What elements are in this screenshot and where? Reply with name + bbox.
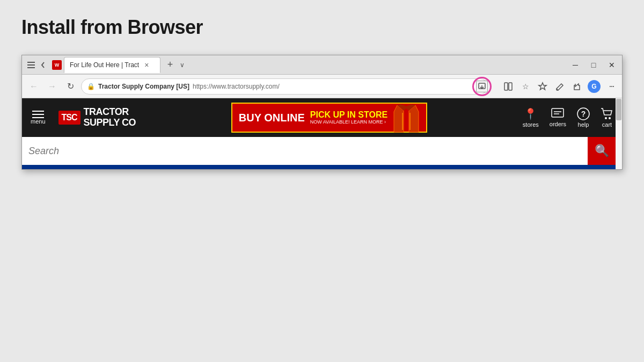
cart-label: cart: [602, 121, 612, 128]
svg-rect-0: [27, 62, 35, 63]
svg-rect-2: [27, 67, 35, 68]
install-pwa-button[interactable]: [476, 81, 488, 92]
stores-icon: 📍: [524, 107, 537, 120]
menu-label: menu: [31, 118, 46, 125]
orders-icon: [551, 108, 564, 120]
tsc-logo[interactable]: TSC TRACTOR SUPPLY CO: [58, 107, 136, 128]
favicon: W: [52, 60, 62, 70]
tab-close-button[interactable]: ×: [144, 61, 149, 69]
svg-rect-5: [504, 83, 508, 90]
cart-icon: [601, 107, 613, 120]
vest-icon: [393, 104, 420, 131]
search-section: 🔍: [22, 137, 622, 165]
tab-dropdown-button[interactable]: ∨: [180, 61, 185, 69]
cart-nav-item[interactable]: cart: [601, 107, 613, 128]
tsc-name: TRACTOR SUPPLY CO: [84, 107, 136, 128]
back-button[interactable]: ←: [26, 79, 41, 94]
window-controls: ─ □ ✕: [569, 59, 618, 71]
forward-button[interactable]: →: [45, 79, 60, 94]
search-input[interactable]: [28, 146, 588, 157]
share-button[interactable]: [570, 80, 583, 93]
bookmark-button[interactable]: ☆: [519, 80, 532, 93]
hamburger-icon: [32, 111, 44, 118]
blue-accent-bar: [22, 165, 622, 169]
slide-background: Install from Browser W For Life Out Here…: [0, 0, 644, 362]
help-icon: ?: [577, 107, 590, 120]
buy-online-text: BUY ONLINE: [239, 112, 305, 124]
stores-nav-item[interactable]: 📍 stores: [523, 107, 539, 128]
url-text: https://www.tractorsupply.com/: [193, 83, 280, 90]
search-icon: 🔍: [595, 144, 609, 158]
refresh-button[interactable]: ↻: [63, 79, 78, 94]
favorites-button[interactable]: [536, 80, 549, 93]
lock-icon: 🔒: [87, 83, 95, 90]
profile-button[interactable]: G: [588, 80, 601, 93]
close-button[interactable]: ✕: [606, 59, 618, 71]
orders-nav-item[interactable]: orders: [550, 108, 566, 127]
help-nav-item[interactable]: ? help: [577, 107, 590, 128]
tsc-banner[interactable]: BUY ONLINE PICK UP IN STORE NOW AVAILABL…: [144, 103, 514, 133]
pen-button[interactable]: [553, 80, 566, 93]
maximize-button[interactable]: □: [588, 59, 599, 71]
back-tab-icon[interactable]: [38, 60, 48, 70]
new-tab-button[interactable]: +: [163, 57, 178, 73]
tsc-header: menu TSC TRACTOR SUPPLY CO BUY ONLINE PI…: [22, 98, 622, 137]
svg-point-20: [609, 117, 611, 119]
more-options-button[interactable]: ···: [605, 80, 618, 93]
pickup-sub: NOW AVAILABLE! LEARN MORE ›: [310, 120, 387, 125]
scrollbar[interactable]: [616, 98, 622, 169]
reading-mode-button[interactable]: [502, 80, 515, 93]
orders-label: orders: [550, 121, 566, 127]
pickup-section: PICK UP IN STORE NOW AVAILABLE! LEARN MO…: [310, 110, 387, 125]
title-bar-controls: [26, 60, 48, 70]
hamburger-menu[interactable]: menu: [31, 111, 46, 125]
tsc-nav-right: 📍 stores orders ?: [523, 107, 613, 128]
svg-point-19: [605, 117, 607, 119]
tab-title: For Life Out Here | Tract: [70, 61, 139, 69]
svg-rect-1: [27, 64, 35, 66]
browser-menu-icon[interactable]: [26, 60, 36, 70]
browser-tab-active[interactable]: For Life Out Here | Tract ×: [64, 57, 160, 73]
pickup-main: PICK UP IN STORE: [310, 110, 387, 120]
site-identity: Tractor Supply Company [US]: [98, 83, 189, 90]
browser-toolbar: ← → ↻ 🔒 Tractor Supply Company [US] http…: [22, 75, 622, 98]
search-button[interactable]: 🔍: [588, 137, 616, 165]
browser-window: W For Life Out Here | Tract × + ∨ ─ □ ✕ …: [21, 55, 623, 170]
website-content: menu TSC TRACTOR SUPPLY CO BUY ONLINE PI…: [22, 98, 622, 169]
scrollbar-thumb[interactable]: [616, 99, 621, 120]
svg-rect-14: [552, 108, 564, 117]
address-bar[interactable]: 🔒 Tractor Supply Company [US] https://ww…: [81, 78, 488, 95]
browser-titlebar: W For Life Out Here | Tract × + ∨ ─ □ ✕: [22, 55, 622, 75]
toolbar-right: ☆ G ···: [502, 80, 618, 93]
buy-online-banner: BUY ONLINE PICK UP IN STORE NOW AVAILABL…: [231, 103, 427, 133]
tsc-badge: TSC: [58, 111, 80, 125]
minimize-button[interactable]: ─: [569, 59, 581, 71]
stores-label: stores: [523, 121, 539, 128]
svg-rect-6: [509, 83, 512, 90]
svg-text:?: ?: [581, 110, 586, 118]
install-pwa-highlight: [472, 77, 492, 96]
help-label: help: [578, 121, 589, 128]
slide-title: Install from Browser: [21, 16, 623, 39]
